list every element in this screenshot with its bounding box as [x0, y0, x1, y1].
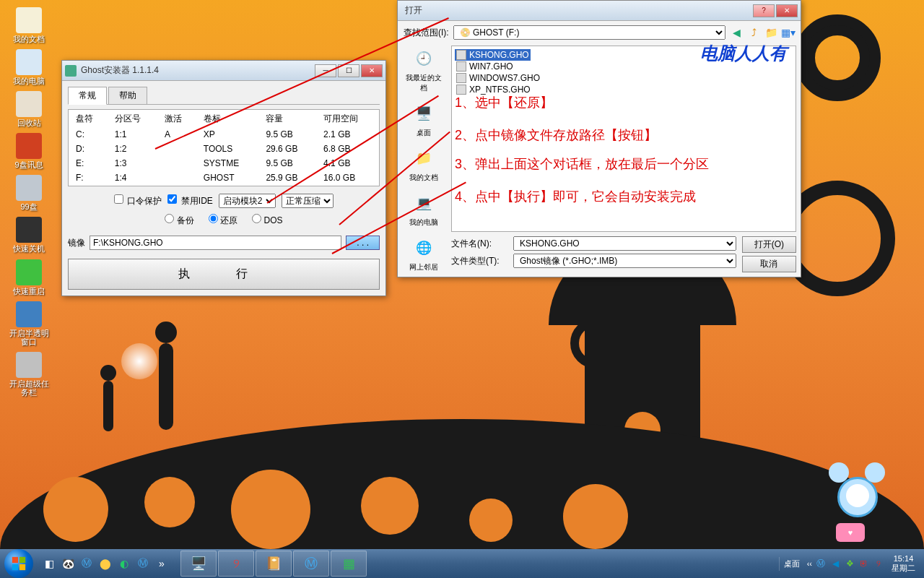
place-label: 我的电脑 — [404, 217, 444, 228]
clock[interactable]: 15:14 星期二 — [887, 554, 920, 573]
ql-panda-icon[interactable]: 🐼 — [59, 555, 77, 572]
taskbar: ◧ 🐼 Ⓜ ⬤ ◐ Ⓜ » 🖥️ ୨ 📔 Ⓜ ▦ 桌面 ‹‹ Ⓜ ◀ ❖ ⛨ ୨… — [0, 549, 924, 578]
column-header[interactable]: 激活 — [159, 111, 196, 126]
radio-restore[interactable]: 还原 — [209, 214, 237, 227]
place-item[interactable]: 🖥️桌面 — [404, 100, 444, 138]
file-name: WINDOWS7.GHO — [469, 73, 540, 83]
show-desktop[interactable]: 桌面 — [779, 557, 804, 571]
views-icon[interactable]: ▦▾ — [782, 26, 795, 39]
svg-rect-2 — [12, 564, 18, 570]
column-header[interactable]: 盘符 — [70, 111, 108, 126]
disable-ide-checkbox[interactable]: 禁用IDE — [167, 194, 212, 207]
filename-input[interactable]: KSHONG.GHO — [513, 236, 736, 251]
ql-browser-icon[interactable]: Ⓜ — [78, 555, 95, 572]
lookin-select[interactable]: 📀 GHOST (F:) — [453, 25, 725, 40]
desktop-icon-glyph — [16, 352, 42, 378]
open-titlebar[interactable]: 打开 ? ✕ — [398, 1, 801, 21]
tray-icon[interactable]: ◀ — [829, 558, 841, 569]
place-item[interactable]: 💻我的电脑 — [404, 190, 444, 228]
file-name: XP_NTFS.GHO — [469, 85, 531, 95]
tray-shield-icon[interactable]: ⛨ — [858, 558, 870, 569]
ghost-titlebar[interactable]: Ghost安装器 1.1.1.4 ─ ☐ ✕ — [62, 61, 385, 81]
ql-icon[interactable]: ◧ — [40, 555, 58, 572]
ql-icon[interactable]: ⬤ — [97, 555, 114, 572]
place-item[interactable]: 📁我的文档 — [404, 145, 444, 183]
desktop-icon[interactable]: 快速重启 — [7, 259, 51, 296]
filetype-label: 文件类型(T): — [451, 255, 509, 267]
quick-launch: ◧ 🐼 Ⓜ ⬤ ◐ Ⓜ » — [38, 555, 173, 572]
open-button[interactable]: 打开(O) — [742, 236, 796, 253]
column-header[interactable]: 卷标 — [198, 111, 259, 126]
desktop-icon[interactable]: 回收站 — [7, 91, 51, 127]
ql-icon[interactable]: ◐ — [116, 555, 133, 572]
desktop-icon-glyph — [16, 259, 42, 285]
cancel-button[interactable]: 取消 — [742, 256, 796, 272]
tray-icon[interactable]: Ⓜ — [815, 558, 827, 569]
column-header[interactable]: 可用空间 — [318, 111, 378, 126]
ghost-title: Ghost安装器 1.1.1.4 — [81, 64, 315, 77]
task-items: 🖥️ ୨ 📔 Ⓜ ▦ — [180, 551, 367, 577]
compress-select[interactable]: 正常压缩 — [282, 194, 334, 208]
place-label: 我最近的文档 — [404, 73, 444, 93]
file-name: WIN7.GHO — [469, 61, 513, 72]
desktop-icon-glyph — [16, 217, 42, 243]
desktop-icon[interactable]: 我的电脑 — [7, 49, 51, 85]
tray-icon[interactable]: ❖ — [844, 558, 855, 569]
desktop-icon[interactable]: 我的文档 — [7, 7, 51, 43]
place-item[interactable]: 🌐网上邻居 — [404, 235, 444, 272]
task-item[interactable]: 🖥️ — [180, 551, 217, 577]
minimize-button[interactable]: ─ — [315, 64, 336, 77]
radio-dos[interactable]: DOS — [252, 214, 282, 227]
start-button[interactable] — [4, 549, 33, 578]
places-bar: 🕘我最近的文档🖥️桌面📁我的文档💻我的电脑🌐网上邻居 — [402, 46, 445, 272]
file-item[interactable]: WIN7.GHO — [455, 61, 515, 72]
maximize-button[interactable]: ☐ — [338, 64, 359, 77]
desktop-icon-glyph — [16, 175, 42, 201]
partition-table[interactable]: 盘符分区号激活卷标容量可用空间 C:1:1AXP9.5 GB2.1 GBD:1:… — [68, 109, 380, 186]
file-item[interactable]: WINDOWS7.GHO — [455, 72, 541, 84]
browse-button[interactable]: . . . — [346, 236, 380, 250]
svg-rect-0 — [12, 557, 18, 563]
password-checkbox[interactable]: 口令保护 — [114, 194, 162, 207]
place-item[interactable]: 🕘我最近的文档 — [404, 46, 444, 93]
column-header[interactable]: 分区号 — [109, 111, 157, 126]
up-icon[interactable]: ⤴ — [747, 26, 760, 39]
file-list[interactable]: KSHONG.GHOWIN7.GHOWINDOWS7.GHOXP_NTFS.GH… — [451, 46, 796, 232]
new-folder-icon[interactable]: 📁 — [764, 26, 777, 39]
filetype-select[interactable]: Ghost镜像 (*.GHO;*.IMB) — [513, 254, 736, 268]
lookin-label: 查找范围(I): — [404, 27, 449, 39]
desktop-icon[interactable]: 9盘讯息 — [7, 133, 51, 169]
table-row[interactable]: C:1:1AXP9.5 GB2.1 GB — [70, 128, 378, 141]
task-item[interactable]: ▦ — [331, 551, 367, 577]
desktop-icon-glyph — [16, 91, 42, 117]
tab-general[interactable]: 常规 — [68, 87, 107, 105]
desktop-icon[interactable]: 开启半透明窗口 — [7, 301, 51, 346]
task-item[interactable]: 📔 — [256, 551, 292, 577]
back-icon[interactable]: ◀ — [730, 26, 743, 39]
task-item[interactable]: Ⓜ — [293, 551, 329, 577]
tab-help[interactable]: 帮助 — [108, 87, 147, 104]
image-path-input[interactable] — [90, 236, 341, 250]
column-header[interactable]: 容量 — [260, 111, 316, 126]
table-row[interactable]: E:1:3SYSTME9.5 GB4.1 GB — [70, 157, 378, 170]
task-item[interactable]: ୨ — [218, 551, 254, 577]
desktop-icon[interactable]: 开启超级任务栏 — [7, 352, 51, 397]
ghost-installer-window: Ghost安装器 1.1.1.4 ─ ☐ ✕ 常规 帮助 盘符分区号激活卷标容量… — [61, 60, 386, 296]
table-row[interactable]: F:1:4GHOST25.9 GB16.0 GB — [70, 171, 378, 184]
file-icon — [456, 61, 466, 72]
close-button[interactable]: ✕ — [361, 64, 383, 77]
ql-chevron-icon[interactable]: » — [153, 555, 170, 572]
table-row[interactable]: D:1:2TOOLS29.6 GB6.8 GB — [70, 142, 378, 155]
desktop-icon[interactable]: 快速关机 — [7, 217, 51, 253]
help-button[interactable]: ? — [753, 4, 775, 17]
tray-chevron-icon[interactable]: ‹‹ — [807, 559, 812, 568]
close-button[interactable]: ✕ — [776, 4, 798, 17]
file-item[interactable]: KSHONG.GHO — [455, 49, 531, 61]
radio-backup[interactable]: 备份 — [165, 214, 193, 227]
execute-button[interactable]: 执 行 — [68, 259, 380, 290]
file-item[interactable]: XP_NTFS.GHO — [455, 84, 532, 95]
desktop-icon[interactable]: 99盘 — [7, 175, 51, 211]
boot-module-select[interactable]: 启动模块2 — [219, 194, 276, 208]
ql-icon[interactable]: Ⓜ — [134, 555, 152, 572]
tray-icon[interactable]: ୨ — [873, 558, 884, 569]
